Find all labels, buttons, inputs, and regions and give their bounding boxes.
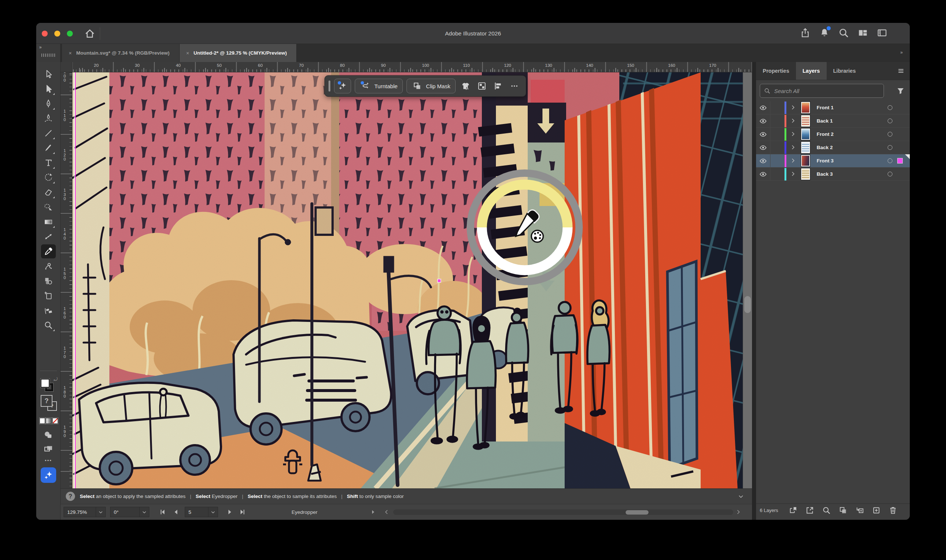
zoom-tool[interactable] (41, 318, 56, 332)
turntable-button[interactable]: Turntable (355, 78, 403, 93)
toolbar-more-icon[interactable]: ••• (36, 458, 60, 463)
zoom-level-field[interactable]: 129.75% (63, 507, 96, 517)
generative-sparkles-button[interactable] (334, 78, 351, 93)
target-circle[interactable] (887, 105, 892, 110)
locate-object-icon[interactable] (822, 506, 831, 515)
mockup-icon[interactable] (459, 80, 472, 92)
tab-close-icon[interactable]: × (186, 50, 189, 56)
gradient-tool[interactable] (41, 215, 56, 229)
expand-chevron-icon[interactable] (790, 131, 796, 137)
export-icon[interactable] (805, 506, 815, 515)
panel-toggle-icon[interactable] (877, 27, 887, 38)
expand-chevron-icon[interactable] (790, 144, 796, 150)
visibility-eye-icon[interactable] (759, 104, 767, 112)
target-circle[interactable] (887, 132, 892, 137)
artboard-number-field[interactable]: 5 (185, 507, 208, 517)
canvas-artwork[interactable] (73, 72, 752, 488)
target-circle[interactable] (887, 158, 892, 163)
layer-name[interactable]: Front 2 (817, 128, 834, 141)
layer-thumbnail[interactable] (801, 128, 810, 140)
line-segment-tool[interactable] (41, 126, 56, 140)
fill-stroke-swatches[interactable]: ⤾ (41, 377, 56, 392)
ruler-origin-corner[interactable] (60, 62, 73, 72)
align-icon[interactable] (492, 80, 505, 92)
swap-fill-stroke-icon[interactable]: ⤾ (54, 377, 58, 382)
previous-artboard-button[interactable] (172, 508, 180, 516)
next-artboard-button[interactable] (226, 508, 233, 516)
shape-tools-tool[interactable] (41, 274, 56, 288)
visibility-eye-icon[interactable] (759, 170, 767, 178)
target-circle[interactable] (887, 118, 892, 123)
layer-thumbnail[interactable] (801, 102, 810, 113)
expand-chevron-icon[interactable] (790, 171, 796, 177)
visibility-eye-icon[interactable] (759, 130, 767, 138)
expand-chevron-icon[interactable] (790, 158, 796, 163)
more-options-icon[interactable] (508, 80, 521, 92)
artboard-dropdown-icon[interactable] (208, 507, 218, 517)
layer-thumbnail[interactable] (801, 115, 810, 127)
rotation-field[interactable]: 0° (110, 507, 140, 517)
eraser-tool[interactable] (41, 185, 56, 199)
current-tool-status[interactable]: Eyedropper (267, 504, 341, 520)
new-sublayer-icon[interactable] (855, 506, 864, 515)
hint-collapse-icon[interactable] (738, 494, 744, 500)
rotate-tool[interactable] (41, 171, 56, 185)
collect-export-icon[interactable] (789, 506, 798, 515)
artboard-tool[interactable] (41, 289, 56, 303)
canvas-viewport[interactable]: TurntableClip Mask (73, 72, 752, 488)
color-fill-button[interactable] (40, 418, 45, 424)
gradient-fill-button[interactable] (46, 418, 51, 424)
scroll-left-icon[interactable] (384, 509, 389, 515)
generative-ai-button[interactable] (41, 467, 56, 483)
target-circle[interactable] (887, 145, 892, 150)
graph-tool[interactable] (41, 303, 56, 317)
document-tab-1[interactable]: ×Mountain.svg* @ 7.34 % (RGB/Preview) (62, 44, 180, 62)
puppet-warp-tool[interactable] (41, 259, 56, 273)
vertical-ruler[interactable]: 100110120130140150160170180190 (60, 72, 73, 488)
toolbar-overflow-chevrons[interactable]: » (39, 45, 42, 50)
last-artboard-button[interactable] (239, 508, 246, 516)
search-icon[interactable] (838, 27, 849, 38)
no-fill-button[interactable] (52, 418, 58, 424)
arrange-icon[interactable] (475, 80, 488, 92)
paintbrush-tool[interactable] (41, 141, 56, 155)
status-popup-icon[interactable] (370, 509, 376, 515)
first-artboard-button[interactable] (159, 508, 166, 516)
target-circle[interactable] (887, 172, 892, 177)
context-bar-handle[interactable] (329, 80, 330, 92)
visibility-eye-icon[interactable] (759, 144, 767, 152)
draw-mode-icon[interactable] (43, 430, 54, 440)
curvature-tool[interactable] (41, 111, 56, 126)
make-clip-mask-icon[interactable] (838, 506, 848, 515)
layer-row-3[interactable]: Front 2 (756, 128, 910, 141)
zoom-dropdown-icon[interactable] (96, 507, 106, 517)
type-tool[interactable] (41, 156, 56, 170)
layer-row-4[interactable]: Back 2 (756, 141, 910, 154)
help-icon[interactable]: ? (66, 492, 75, 501)
shaper-tool[interactable] (41, 200, 56, 214)
rotation-dropdown-icon[interactable] (140, 507, 149, 517)
toolbar-grip[interactable] (42, 54, 56, 57)
workspace-icon[interactable] (857, 27, 869, 38)
fill-stroke-proxy[interactable]: ? ? (40, 395, 58, 414)
filter-icon[interactable] (896, 86, 905, 95)
layer-row-6[interactable]: Back 3 (756, 168, 910, 181)
fill-proxy-unknown[interactable]: ? (41, 395, 52, 407)
new-layer-icon[interactable] (872, 506, 881, 515)
layer-row-5[interactable]: Front 3 (756, 154, 910, 168)
search-input[interactable] (773, 88, 880, 94)
layer-name[interactable]: Back 1 (817, 114, 833, 128)
horizontal-scrollbar[interactable] (393, 509, 733, 515)
delete-icon[interactable] (888, 506, 898, 515)
direct-selection-tool[interactable] (41, 82, 56, 96)
layer-thumbnail[interactable] (801, 155, 810, 166)
pen-tool[interactable] (41, 97, 56, 111)
scroll-right-icon[interactable] (735, 509, 741, 515)
fill-swatch[interactable] (41, 379, 49, 388)
layers-search-box[interactable] (760, 84, 884, 98)
visibility-eye-icon[interactable] (759, 157, 767, 165)
panel-tab-libraries[interactable]: Libraries (827, 62, 863, 80)
panel-menu-icon[interactable] (897, 67, 905, 75)
share-icon[interactable] (800, 27, 811, 38)
document-tab-2[interactable]: ×Untitled-2* @ 129.75 % (CMYK/Preview) (180, 44, 297, 62)
